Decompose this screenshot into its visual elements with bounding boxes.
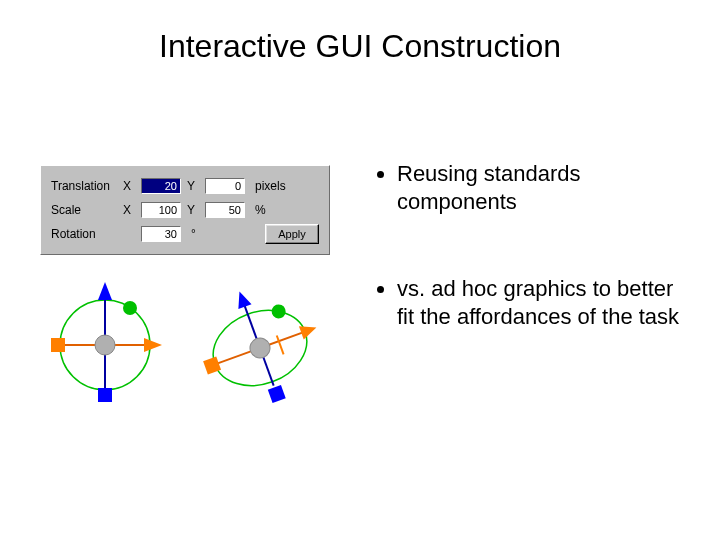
rotation-row: Rotation ° Apply (51, 222, 319, 246)
rotation-label: Rotation (51, 227, 117, 241)
rotation-unit: ° (191, 227, 196, 241)
svg-rect-7 (51, 338, 65, 352)
scale-x-input[interactable] (141, 202, 181, 218)
widget-graphics (30, 270, 360, 420)
rotation-input[interactable] (141, 226, 181, 242)
apply-button[interactable]: Apply (265, 224, 319, 244)
svg-point-22 (247, 335, 273, 361)
translation-x-label: X (123, 179, 135, 193)
svg-marker-17 (299, 321, 319, 340)
upright-manipulator-icon (51, 282, 162, 402)
svg-marker-5 (98, 282, 112, 300)
svg-rect-19 (268, 385, 286, 403)
rotated-manipulator-icon (185, 271, 336, 420)
translation-label: Translation (51, 179, 117, 193)
svg-point-20 (270, 302, 288, 320)
svg-rect-8 (98, 388, 112, 402)
svg-line-21 (277, 336, 284, 355)
svg-marker-6 (144, 338, 162, 352)
bullet-2: vs. ad hoc graphics to better fit the af… (397, 275, 695, 330)
svg-marker-16 (233, 289, 252, 309)
scale-row: Scale X Y % (51, 198, 319, 222)
svg-point-10 (95, 335, 115, 355)
translation-y-input[interactable] (205, 178, 245, 194)
translation-row: Translation X Y pixels (51, 174, 319, 198)
translation-unit: pixels (255, 179, 286, 193)
scale-x-label: X (123, 203, 135, 217)
transform-panel: Translation X Y pixels Scale X Y % Rotat… (40, 165, 330, 255)
translation-x-input[interactable] (141, 178, 181, 194)
scale-y-label: Y (187, 203, 199, 217)
scale-unit: % (255, 203, 266, 217)
bullet-list: Reusing standards components vs. ad hoc … (375, 160, 695, 390)
svg-point-9 (123, 301, 137, 315)
bullet-1: Reusing standards components (397, 160, 695, 215)
scale-label: Scale (51, 203, 117, 217)
translation-y-label: Y (187, 179, 199, 193)
slide-title: Interactive GUI Construction (0, 28, 720, 65)
scale-y-input[interactable] (205, 202, 245, 218)
